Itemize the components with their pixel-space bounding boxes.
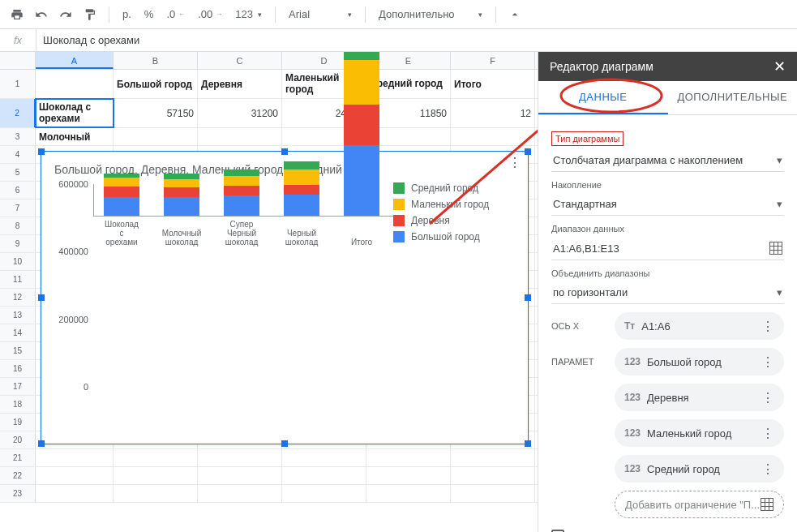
cell[interactable] bbox=[366, 467, 451, 484]
paint-format-button[interactable] bbox=[79, 4, 101, 25]
formula-input[interactable]: Шоколад с орехами bbox=[36, 34, 797, 46]
col-header-a[interactable]: A bbox=[36, 52, 114, 69]
resize-handle[interactable] bbox=[525, 148, 531, 155]
series-pill[interactable]: 123Средний город⋮ bbox=[615, 455, 784, 483]
cell[interactable]: 31200 bbox=[198, 99, 282, 127]
row-header[interactable]: 12 bbox=[0, 289, 36, 306]
cell[interactable] bbox=[36, 70, 114, 98]
row-header[interactable]: 14 bbox=[0, 324, 36, 341]
cell[interactable] bbox=[114, 128, 198, 145]
cell[interactable] bbox=[198, 449, 282, 466]
cell[interactable] bbox=[451, 467, 535, 484]
add-series-button[interactable]: Добавить ограничение "П... bbox=[615, 491, 784, 518]
cell[interactable] bbox=[114, 449, 198, 466]
row-header[interactable]: 22 bbox=[0, 467, 36, 484]
cell[interactable] bbox=[198, 485, 282, 502]
close-icon[interactable]: ✕ bbox=[773, 58, 786, 75]
cell[interactable]: 12 bbox=[451, 99, 535, 127]
row-header[interactable]: 3 bbox=[0, 128, 36, 145]
series-pill[interactable]: 123Деревня⋮ bbox=[615, 384, 784, 411]
spreadsheet[interactable]: A B C D E F 1 Большой город Деревня Мале… bbox=[0, 52, 538, 532]
embedded-chart[interactable]: ⋮ Большой город, Деревня, Маленький горо… bbox=[41, 151, 529, 444]
cell[interactable] bbox=[198, 128, 282, 145]
col-header-f[interactable]: F bbox=[451, 52, 535, 69]
row-header[interactable]: 17 bbox=[0, 378, 36, 395]
row-header[interactable]: 2 bbox=[0, 99, 36, 127]
cell[interactable]: Большой город bbox=[114, 70, 198, 98]
more-icon[interactable]: ⋮ bbox=[761, 390, 774, 405]
cell[interactable]: Деревня bbox=[198, 70, 282, 98]
cell[interactable] bbox=[282, 467, 366, 484]
undo-button[interactable] bbox=[31, 4, 52, 25]
resize-handle[interactable] bbox=[38, 440, 45, 447]
cell[interactable] bbox=[198, 467, 282, 484]
cell[interactable] bbox=[366, 485, 451, 502]
decrease-decimal-button[interactable]: .0← bbox=[161, 4, 190, 25]
currency-button[interactable]: р. bbox=[118, 4, 136, 25]
row-header[interactable]: 19 bbox=[0, 414, 36, 431]
cell[interactable] bbox=[36, 449, 114, 466]
series-pill[interactable]: 123Маленький город⋮ bbox=[615, 419, 784, 447]
font-select[interactable]: Arial▾ bbox=[284, 4, 357, 25]
chart-menu-button[interactable]: ⋮ bbox=[508, 157, 521, 169]
resize-handle[interactable] bbox=[281, 440, 288, 447]
grid-icon[interactable] bbox=[769, 242, 782, 255]
toolbar-overflow-button[interactable] bbox=[504, 4, 525, 25]
more-icon[interactable]: ⋮ bbox=[761, 354, 774, 370]
row-header[interactable]: 18 bbox=[0, 396, 36, 413]
tab-customize[interactable]: ДОПОЛНИТЕЛЬНЫЕ bbox=[668, 81, 798, 114]
print-button[interactable] bbox=[6, 4, 28, 25]
number-format-menu[interactable]: 123▾ bbox=[230, 4, 267, 25]
tab-data[interactable]: ДАННЫЕ bbox=[538, 81, 668, 114]
row-header[interactable]: 7 bbox=[0, 200, 36, 217]
row-header[interactable]: 16 bbox=[0, 360, 36, 377]
stacking-select[interactable]: Стандартная▾ bbox=[551, 193, 784, 216]
cell[interactable] bbox=[451, 128, 535, 145]
redo-button[interactable] bbox=[55, 4, 76, 25]
more-icon[interactable]: ⋮ bbox=[761, 461, 774, 477]
row-header[interactable]: 8 bbox=[0, 217, 36, 234]
cell[interactable] bbox=[282, 485, 366, 502]
row-header[interactable]: 23 bbox=[0, 485, 36, 502]
row-header[interactable]: 11 bbox=[0, 271, 36, 288]
row-header[interactable]: 15 bbox=[0, 342, 36, 359]
row-header[interactable]: 6 bbox=[0, 182, 36, 199]
resize-handle[interactable] bbox=[525, 294, 531, 301]
x-axis-pill[interactable]: TтA1:A6⋮ bbox=[615, 312, 784, 340]
cell[interactable]: 57150 bbox=[114, 99, 198, 127]
resize-handle[interactable] bbox=[525, 440, 531, 447]
row-header[interactable]: 1 bbox=[0, 70, 36, 98]
row-header[interactable]: 9 bbox=[0, 235, 36, 252]
cell[interactable]: Молочный bbox=[36, 128, 114, 145]
col-header-b[interactable]: B bbox=[114, 52, 198, 69]
cell[interactable] bbox=[366, 449, 451, 466]
row-header[interactable]: 10 bbox=[0, 253, 36, 270]
resize-handle[interactable] bbox=[38, 148, 45, 155]
row-header[interactable]: 5 bbox=[0, 164, 36, 181]
cell[interactable] bbox=[36, 467, 114, 484]
data-range-input[interactable]: A1:A6,B1:E13 bbox=[551, 237, 784, 260]
chart-type-select[interactable]: Столбчатая диаграмма с накоплением▾ bbox=[551, 149, 784, 172]
percent-button[interactable]: % bbox=[139, 4, 159, 25]
more-icon[interactable]: ⋮ bbox=[761, 426, 774, 441]
increase-decimal-button[interactable]: .00→ bbox=[193, 4, 227, 25]
more-icon[interactable]: ⋮ bbox=[761, 319, 774, 334]
cell[interactable] bbox=[451, 449, 535, 466]
select-all-corner[interactable] bbox=[0, 52, 36, 69]
cell[interactable] bbox=[114, 485, 198, 502]
series-pill[interactable]: 123Большой город⋮ bbox=[615, 348, 784, 375]
cell[interactable] bbox=[282, 449, 366, 466]
more-format-menu[interactable]: Дополнительно▾ bbox=[374, 4, 487, 25]
cell[interactable] bbox=[36, 485, 114, 502]
cell[interactable]: Итого bbox=[451, 70, 535, 98]
row-header[interactable]: 13 bbox=[0, 307, 36, 324]
cell[interactable] bbox=[114, 467, 198, 484]
cell[interactable] bbox=[451, 485, 535, 502]
col-header-c[interactable]: C bbox=[198, 52, 282, 69]
resize-handle[interactable] bbox=[38, 294, 45, 301]
row-header[interactable]: 4 bbox=[0, 146, 36, 163]
combine-ranges-select[interactable]: по горизонтали▾ bbox=[551, 281, 784, 304]
resize-handle[interactable] bbox=[281, 148, 288, 155]
active-cell[interactable]: Шоколад с орехами bbox=[36, 99, 114, 127]
row-header[interactable]: 20 bbox=[0, 431, 36, 448]
